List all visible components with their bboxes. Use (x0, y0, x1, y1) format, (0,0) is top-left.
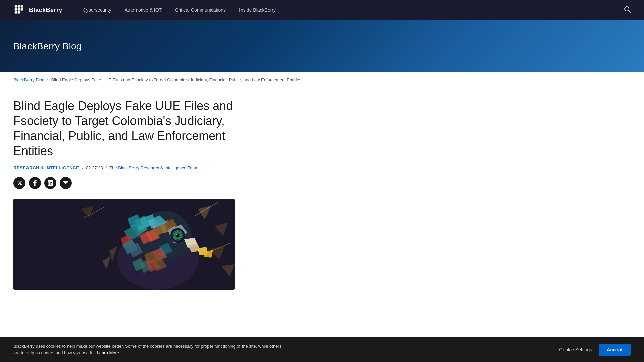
article-title: Blind Eagle Deploys Fake UUE Files and F… (13, 98, 268, 159)
search-button[interactable] (624, 6, 631, 14)
svg-point-46 (176, 234, 177, 235)
navbar: BlackBerry Cybersecurity Automotive & IO… (0, 0, 644, 20)
article-date: 02.27.23 (86, 165, 103, 170)
article-hero-image (13, 199, 235, 290)
social-share-bar (13, 177, 315, 189)
hero-title: BlackBerry Blog (13, 41, 82, 52)
share-twitter-button[interactable] (13, 177, 25, 189)
svg-rect-1 (18, 5, 20, 8)
nav-cybersecurity[interactable]: Cybersecurity (83, 7, 111, 13)
meta-sep2: / (106, 165, 107, 170)
breadcrumb-home[interactable]: BlackBerry Blog (13, 77, 44, 82)
logo[interactable]: BlackBerry (13, 4, 62, 16)
nav-automotive[interactable]: Automotive & IOT (125, 7, 162, 13)
svg-rect-2 (21, 5, 23, 8)
blackberry-logo-icon (13, 4, 25, 16)
linkedin-icon (48, 180, 53, 186)
share-facebook-button[interactable] (29, 177, 41, 189)
svg-rect-4 (18, 8, 20, 11)
breadcrumb: BlackBerry Blog › Blind Eagle Deploys Fa… (0, 72, 644, 88)
article-container: Blind Eagle Deploys Fake UUE Files and F… (13, 88, 315, 300)
email-icon (63, 181, 68, 185)
breadcrumb-current: Blind Eagle Deploys Fake UUE Files and F… (51, 77, 301, 82)
svg-rect-3 (15, 8, 17, 11)
facebook-icon (33, 180, 37, 186)
article-author[interactable]: The BlackBerry Research & Intelligence T… (109, 165, 198, 170)
share-linkedin-button[interactable] (44, 177, 56, 189)
svg-rect-0 (15, 5, 17, 8)
article-category[interactable]: RESEARCH & INTELLIGENCE (13, 165, 79, 170)
hero-section: BlackBerry Blog (0, 20, 644, 72)
breadcrumb-separator: › (47, 78, 48, 82)
svg-rect-5 (15, 11, 17, 14)
svg-line-9 (629, 10, 631, 12)
nav-critical-communications[interactable]: Critical Communications (175, 7, 226, 13)
svg-rect-6 (18, 11, 20, 14)
nav-links: Cybersecurity Automotive & IOT Critical … (83, 7, 624, 13)
meta-sep1: / (82, 165, 83, 170)
nav-inside-blackberry[interactable]: Inside BlackBerry (239, 7, 276, 13)
eagle-illustration (13, 199, 235, 290)
twitter-icon (17, 181, 22, 185)
search-icon (624, 6, 631, 13)
article-meta: RESEARCH & INTELLIGENCE / 02.27.23 / The… (13, 165, 315, 170)
svg-rect-7 (21, 8, 23, 11)
share-email-button[interactable] (60, 177, 72, 189)
brand-name: BlackBerry (29, 7, 62, 14)
